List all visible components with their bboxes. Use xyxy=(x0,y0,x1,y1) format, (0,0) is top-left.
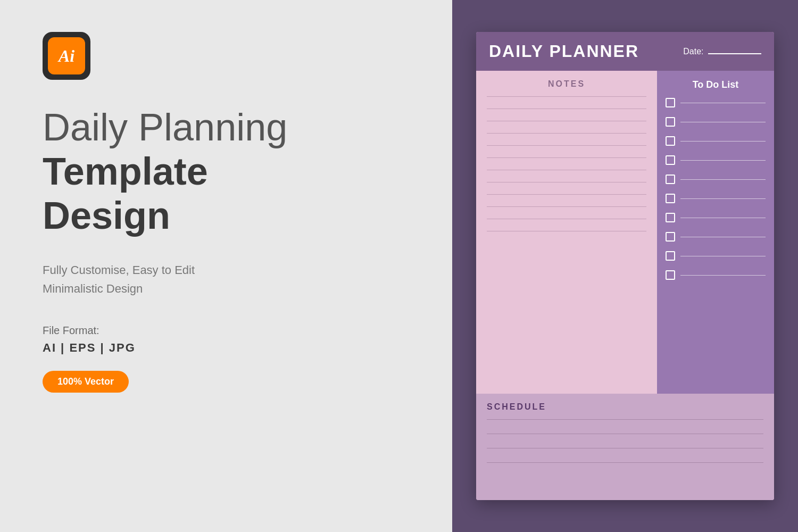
notes-header: NOTES xyxy=(487,79,646,89)
todo-checkbox[interactable] xyxy=(666,136,675,146)
todo-line xyxy=(680,141,766,142)
notes-line xyxy=(487,219,646,219)
subtitle-line2: Minimalistic Design xyxy=(43,279,410,298)
ai-icon-container: Ai xyxy=(43,32,90,80)
file-format-section: File Format: AI | EPS | JPG 100% Vector xyxy=(43,325,410,393)
todo-item xyxy=(666,174,766,184)
todo-checkbox[interactable] xyxy=(666,251,675,261)
todo-checkbox[interactable] xyxy=(666,232,675,242)
schedule-line xyxy=(487,434,763,434)
schedule-header: SCHEDULE xyxy=(487,402,763,412)
notes-line xyxy=(487,194,646,195)
todo-line xyxy=(680,218,766,218)
left-panel: Ai Daily Planning Template Design Fully … xyxy=(0,0,452,532)
planner-card: DAILY PLANNER Date: NOTES xyxy=(476,32,774,500)
todo-line xyxy=(680,237,766,237)
schedule-line xyxy=(487,419,763,420)
schedule-section: SCHEDULE xyxy=(476,394,774,500)
notes-line xyxy=(487,182,646,182)
todo-line xyxy=(680,275,766,276)
notes-line xyxy=(487,145,646,146)
notes-section: NOTES xyxy=(476,71,657,394)
notes-line xyxy=(487,96,646,97)
notes-line xyxy=(487,121,646,121)
todo-checkbox[interactable] xyxy=(666,117,675,127)
todo-section: To Do List xyxy=(657,71,774,394)
todo-item xyxy=(666,194,766,203)
todo-line xyxy=(680,160,766,161)
todo-checkbox[interactable] xyxy=(666,98,675,107)
notes-line xyxy=(487,231,646,231)
notes-line xyxy=(487,109,646,109)
todo-item xyxy=(666,270,766,280)
schedule-line xyxy=(487,448,763,448)
planner-middle: NOTES To Do List xyxy=(476,71,774,394)
notes-line xyxy=(487,170,646,170)
todo-item xyxy=(666,213,766,222)
title-line1: Daily Planning xyxy=(43,106,410,148)
todo-header: To Do List xyxy=(666,79,766,90)
todo-line xyxy=(680,256,766,256)
todo-item xyxy=(666,251,766,261)
todo-line xyxy=(680,179,766,180)
vector-badge: 100% Vector xyxy=(43,371,129,393)
planner-header: DAILY PLANNER Date: xyxy=(476,32,774,71)
file-format-label: File Format: xyxy=(43,325,410,337)
ai-icon: Ai xyxy=(48,37,85,74)
todo-item xyxy=(666,117,766,127)
right-panel: DAILY PLANNER Date: NOTES xyxy=(452,0,798,532)
notes-line xyxy=(487,133,646,134)
title-line3: Design xyxy=(43,195,410,237)
notes-lines xyxy=(487,96,646,385)
schedule-line xyxy=(487,462,763,463)
todo-checkbox[interactable] xyxy=(666,155,675,165)
todo-line xyxy=(680,122,766,122)
todo-checkbox[interactable] xyxy=(666,174,675,184)
planner-date: Date: xyxy=(683,47,761,56)
todo-checkbox[interactable] xyxy=(666,270,675,280)
todo-line xyxy=(680,103,766,103)
ai-icon-label: Ai xyxy=(59,46,74,66)
todo-checkbox[interactable] xyxy=(666,213,675,222)
planner-title: DAILY PLANNER xyxy=(489,41,639,61)
notes-line xyxy=(487,157,646,158)
todo-items xyxy=(666,98,766,385)
todo-item xyxy=(666,232,766,242)
schedule-lines xyxy=(487,419,763,463)
notes-line xyxy=(487,206,646,207)
title-line2: Template xyxy=(43,151,410,193)
subtitle-section: Fully Customise, Easy to Edit Minimalist… xyxy=(43,261,410,298)
subtitle-line1: Fully Customise, Easy to Edit xyxy=(43,261,410,279)
todo-item xyxy=(666,136,766,146)
file-formats: AI | EPS | JPG xyxy=(43,341,410,355)
todo-item xyxy=(666,155,766,165)
date-line xyxy=(708,53,761,54)
todo-line xyxy=(680,198,766,199)
todo-checkbox[interactable] xyxy=(666,194,675,203)
todo-item xyxy=(666,98,766,107)
